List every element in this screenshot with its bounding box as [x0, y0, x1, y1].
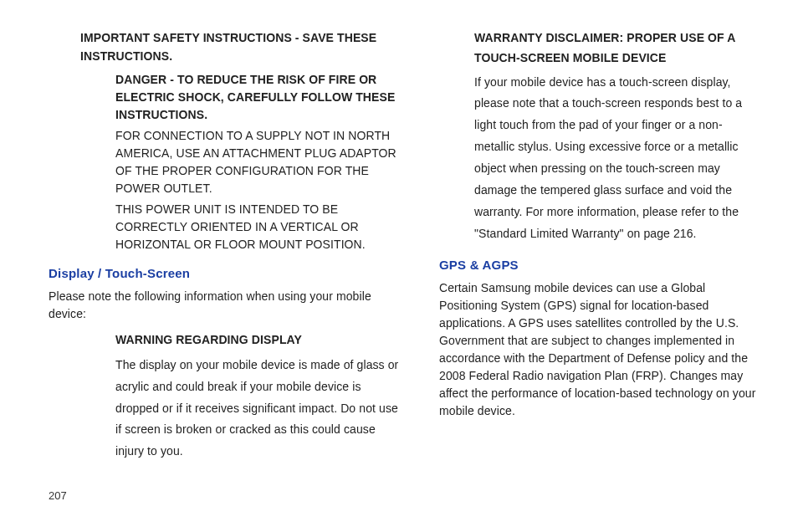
- safety-instructions-heading: IMPORTANT SAFETY INSTRUCTIONS - SAVE THE…: [80, 28, 399, 66]
- warning-display-body: The display on your mobile device is mad…: [115, 355, 399, 463]
- page-number: 207: [49, 489, 67, 502]
- left-column: IMPORTANT SAFETY INSTRUCTIONS - SAVE THE…: [49, 28, 399, 480]
- display-touchscreen-title: Display / Touch-Screen: [49, 263, 399, 283]
- warning-display-block: WARNING REGARDING DISPLAY The display on…: [115, 331, 399, 463]
- right-column: WARRANTY DISCLAIMER: PROPER USE OF A TOU…: [439, 28, 758, 480]
- power-unit-text: THIS POWER UNIT IS INTENDED TO BE CORREC…: [115, 201, 399, 253]
- warranty-heading: WARRANTY DISCLAIMER: PROPER USE OF A TOU…: [474, 28, 758, 69]
- connection-text: FOR CONNECTION TO A SUPPLY NOT IN NORTH …: [115, 127, 399, 197]
- display-intro: Please note the following information wh…: [49, 288, 399, 323]
- danger-warning: DANGER - TO REDUCE THE RISK OF FIRE OR E…: [115, 71, 399, 124]
- gps-body: Certain Samsung mobile devices can use a…: [439, 279, 758, 420]
- page: IMPORTANT SAFETY INSTRUCTIONS - SAVE THE…: [0, 0, 798, 532]
- warranty-block: WARRANTY DISCLAIMER: PROPER USE OF A TOU…: [474, 28, 758, 245]
- warning-display-heading: WARNING REGARDING DISPLAY: [115, 331, 399, 350]
- safety-block: DANGER - TO REDUCE THE RISK OF FIRE OR E…: [115, 71, 399, 253]
- gps-agps-title: GPS & AGPS: [439, 255, 758, 274]
- two-column-layout: IMPORTANT SAFETY INSTRUCTIONS - SAVE THE…: [49, 28, 758, 480]
- warranty-body: If your mobile device has a touch-screen…: [474, 72, 758, 245]
